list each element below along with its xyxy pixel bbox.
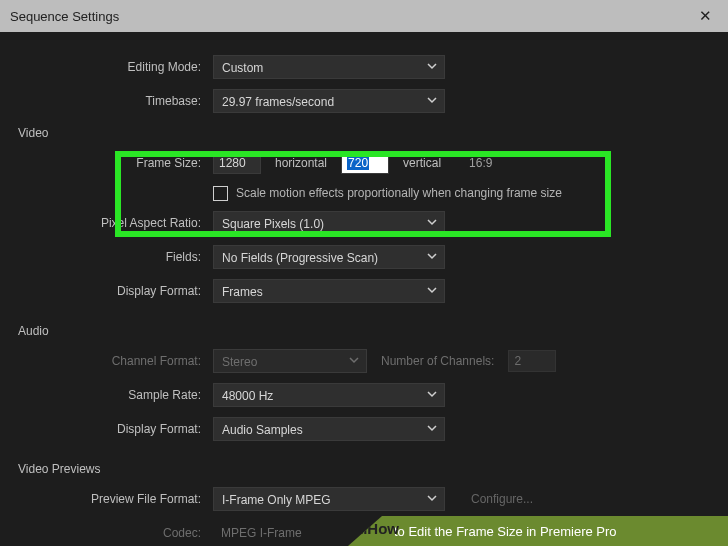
chevron-down-icon (426, 388, 438, 400)
wikihow-banner: wikiHow to Edit the Frame Size in Premie… (348, 516, 728, 546)
pixel-aspect-select[interactable]: Square Pixels (1.0) (213, 211, 445, 235)
dialog-content: Editing Mode: Custom Timebase: 29.97 fra… (0, 32, 728, 546)
scale-motion-checkbox[interactable] (213, 186, 228, 201)
chevron-down-icon (426, 422, 438, 434)
codec-label: Codec: (18, 526, 213, 540)
aspect-ratio-value: 16:9 (455, 156, 492, 170)
codec-value: MPEG I-Frame (213, 526, 302, 540)
wikihow-text: to Edit the Frame Size in Premiere Pro (394, 524, 617, 539)
audio-section-title: Audio (18, 316, 710, 344)
preview-file-format-value: I-Frame Only MPEG (222, 493, 331, 507)
num-channels-input: 2 (508, 350, 556, 372)
frame-height-value: 720 (347, 156, 369, 170)
sample-rate-label: Sample Rate: (18, 388, 213, 402)
chevron-down-icon (426, 216, 438, 228)
video-section-title: Video (18, 118, 710, 146)
configure-button: Configure... (459, 488, 545, 510)
preview-file-format-select[interactable]: I-Frame Only MPEG (213, 487, 445, 511)
num-channels-value: 2 (514, 354, 521, 368)
channel-format-label: Channel Format: (18, 354, 213, 368)
close-button[interactable]: ✕ (693, 5, 718, 27)
timebase-value: 29.97 frames/second (222, 95, 334, 109)
channel-format-value: Stereo (222, 355, 257, 369)
audio-display-format-label: Display Format: (18, 422, 213, 436)
chevron-down-icon (426, 94, 438, 106)
audio-display-format-value: Audio Samples (222, 423, 303, 437)
pixel-aspect-label: Pixel Aspect Ratio: (18, 216, 213, 230)
video-display-format-value: Frames (222, 285, 263, 299)
video-display-format-label: Display Format: (18, 284, 213, 298)
channel-format-select: Stereo (213, 349, 367, 373)
editing-mode-value: Custom (222, 61, 263, 75)
frame-height-input[interactable]: 720 (341, 152, 389, 174)
audio-display-format-select[interactable]: Audio Samples (213, 417, 445, 441)
editing-mode-label: Editing Mode: (18, 60, 213, 74)
chevron-down-icon (426, 284, 438, 296)
horizontal-label: horizontal (261, 156, 341, 170)
title-bar: Sequence Settings ✕ (0, 0, 728, 32)
fields-value: No Fields (Progressive Scan) (222, 251, 378, 265)
frame-size-label: Frame Size: (18, 156, 213, 170)
editing-mode-select[interactable]: Custom (213, 55, 445, 79)
timebase-label: Timebase: (18, 94, 213, 108)
video-previews-section-title: Video Previews (18, 454, 710, 482)
fields-label: Fields: (18, 250, 213, 264)
fields-select[interactable]: No Fields (Progressive Scan) (213, 245, 445, 269)
sample-rate-select[interactable]: 48000 Hz (213, 383, 445, 407)
chevron-down-icon (348, 354, 360, 366)
video-display-format-select[interactable]: Frames (213, 279, 445, 303)
chevron-down-icon (426, 60, 438, 72)
scale-motion-label: Scale motion effects proportionally when… (236, 186, 562, 200)
preview-file-format-label: Preview File Format: (18, 492, 213, 506)
frame-width-input[interactable]: 1280 (213, 152, 261, 174)
sample-rate-value: 48000 Hz (222, 389, 273, 403)
chevron-down-icon (426, 250, 438, 262)
chevron-down-icon (426, 492, 438, 504)
timebase-select[interactable]: 29.97 frames/second (213, 89, 445, 113)
pixel-aspect-value: Square Pixels (1.0) (222, 217, 324, 231)
vertical-label: vertical (389, 156, 455, 170)
frame-width-value: 1280 (219, 156, 246, 170)
window-title: Sequence Settings (10, 9, 119, 24)
num-channels-label: Number of Channels: (367, 354, 508, 368)
